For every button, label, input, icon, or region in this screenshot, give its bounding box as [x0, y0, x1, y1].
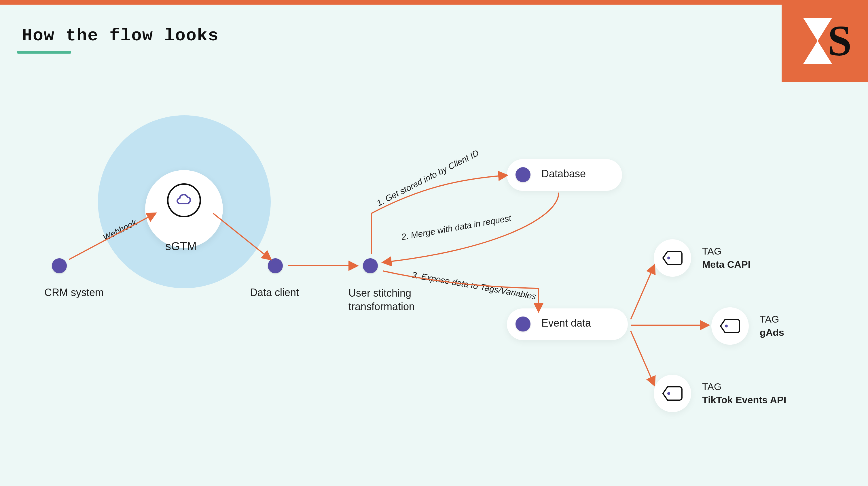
tag-gads: TAG gAds	[711, 307, 784, 345]
tag-tiktok: TAG TikTok Events API	[654, 375, 786, 412]
crm-label: CRM system	[44, 287, 104, 298]
sgtm-node	[145, 170, 223, 248]
edge-step1-label: 1. Get stored info by Client ID	[375, 148, 480, 208]
tag-icon	[654, 239, 691, 277]
tag-icon	[711, 307, 749, 345]
data-client-label: Data client	[250, 287, 299, 298]
svg-point-3	[667, 257, 670, 259]
title-underline	[17, 51, 71, 54]
top-accent-bar	[0, 0, 868, 5]
event-data-label: Event data	[541, 317, 591, 329]
tag-meta-capi: TAG Meta CAPI	[654, 239, 750, 277]
cloud-icon	[167, 183, 201, 217]
crm-node	[52, 258, 67, 273]
sgtm-label: sGTM	[165, 240, 197, 253]
database-node	[516, 167, 530, 182]
tag-icon	[654, 375, 691, 412]
hourglass-s-icon: S	[799, 15, 851, 67]
svg-point-4	[725, 324, 728, 327]
data-client-node	[268, 258, 283, 273]
svg-point-5	[667, 392, 670, 395]
page-title: How the flow looks	[22, 26, 219, 46]
tag-gads-top: TAG	[760, 313, 784, 326]
svg-line-9	[631, 265, 654, 319]
user-stitching-label-line1: User stitching	[348, 287, 411, 299]
tag-meta-top: TAG	[702, 245, 750, 258]
tag-tiktok-top: TAG	[702, 380, 786, 394]
edge-step2-label: 2. Merge with data in request	[401, 213, 512, 242]
tag-meta-bottom: Meta CAPI	[702, 258, 750, 271]
tag-tiktok-bottom: TikTok Events API	[702, 394, 786, 407]
database-label: Database	[541, 168, 586, 180]
logo-letter: S	[828, 17, 851, 64]
brand-logo: S	[782, 0, 868, 82]
svg-line-11	[631, 331, 654, 385]
user-stitching-label: User stitching transformation	[348, 287, 415, 314]
tag-gads-bottom: gAds	[760, 326, 784, 339]
user-stitching-label-line2: transformation	[348, 301, 415, 312]
user-stitching-node	[363, 258, 378, 273]
event-data-node	[516, 316, 530, 332]
edge-step3-label: 3. Expose data to Tags/Variables	[411, 270, 537, 302]
